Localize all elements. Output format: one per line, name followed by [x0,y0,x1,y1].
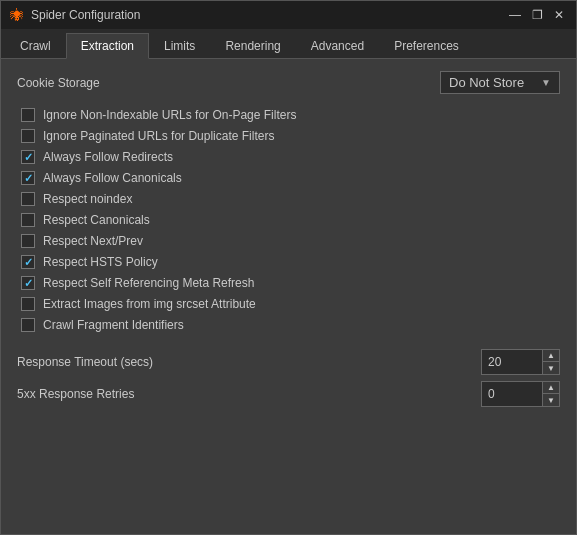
5xx-retries-row: 5xx Response Retries ▲ ▼ [17,381,560,407]
5xx-retries-down[interactable]: ▼ [543,394,559,406]
checkbox-extract-images: Extract Images from img srcset Attribute [17,297,560,311]
title-bar: 🕷 Spider Configuration — ❐ ✕ [1,1,576,29]
checkbox-respect-noindex-label: Respect noindex [43,192,132,206]
checkbox-crawl-fragment-label: Crawl Fragment Identifiers [43,318,184,332]
window-title: Spider Configuration [31,8,506,22]
tab-extraction[interactable]: Extraction [66,33,149,59]
checkbox-always-follow-canonicals: Always Follow Canonicals [17,171,560,185]
response-timeout-buttons: ▲ ▼ [542,350,559,374]
response-timeout-row: Response Timeout (secs) ▲ ▼ [17,349,560,375]
checkbox-ignore-non-indexable: Ignore Non-Indexable URLs for On-Page Fi… [17,108,560,122]
tab-crawl[interactable]: Crawl [5,33,66,58]
cookie-storage-value: Do Not Store [449,75,524,90]
checkbox-respect-self-referencing-label: Respect Self Referencing Meta Refresh [43,276,254,290]
checkbox-always-follow-canonicals-input[interactable] [21,171,35,185]
response-timeout-label: Response Timeout (secs) [17,355,153,369]
5xx-retries-label: 5xx Response Retries [17,387,134,401]
5xx-retries-input[interactable] [482,382,542,406]
checkbox-ignore-paginated-label: Ignore Paginated URLs for Duplicate Filt… [43,129,274,143]
checkbox-ignore-non-indexable-label: Ignore Non-Indexable URLs for On-Page Fi… [43,108,296,122]
window: 🕷 Spider Configuration — ❐ ✕ Crawl Extra… [0,0,577,535]
window-controls: — ❐ ✕ [506,6,568,24]
response-timeout-control: ▲ ▼ [481,349,560,375]
tab-limits[interactable]: Limits [149,33,210,58]
5xx-retries-buttons: ▲ ▼ [542,382,559,406]
tab-bar: Crawl Extraction Limits Rendering Advanc… [1,29,576,59]
checkbox-respect-hsts-input[interactable] [21,255,35,269]
minimize-button[interactable]: — [506,6,524,24]
checkbox-crawl-fragment: Crawl Fragment Identifiers [17,318,560,332]
content-area: Cookie Storage Do Not Store ▼ Ignore Non… [1,59,576,534]
checkbox-ignore-paginated: Ignore Paginated URLs for Duplicate Filt… [17,129,560,143]
checkbox-respect-noindex-input[interactable] [21,192,35,206]
app-icon: 🕷 [9,7,25,23]
dropdown-arrow-icon: ▼ [541,77,551,88]
tab-advanced[interactable]: Advanced [296,33,379,58]
checkbox-respect-hsts-label: Respect HSTS Policy [43,255,158,269]
checkbox-always-follow-redirects-label: Always Follow Redirects [43,150,173,164]
5xx-retries-up[interactable]: ▲ [543,382,559,394]
checkbox-respect-next-prev: Respect Next/Prev [17,234,560,248]
checkbox-always-follow-redirects-input[interactable] [21,150,35,164]
checkbox-respect-canonicals-label: Respect Canonicals [43,213,150,227]
checkbox-extract-images-label: Extract Images from img srcset Attribute [43,297,256,311]
response-timeout-up[interactable]: ▲ [543,350,559,362]
checkbox-respect-noindex: Respect noindex [17,192,560,206]
cookie-storage-label: Cookie Storage [17,76,100,90]
response-timeout-down[interactable]: ▼ [543,362,559,374]
tab-rendering[interactable]: Rendering [210,33,295,58]
checkbox-extract-images-input[interactable] [21,297,35,311]
checkbox-crawl-fragment-input[interactable] [21,318,35,332]
checkbox-ignore-paginated-input[interactable] [21,129,35,143]
checkbox-respect-hsts: Respect HSTS Policy [17,255,560,269]
checkbox-respect-self-referencing-input[interactable] [21,276,35,290]
checkbox-ignore-non-indexable-input[interactable] [21,108,35,122]
5xx-retries-control: ▲ ▼ [481,381,560,407]
checkbox-respect-next-prev-label: Respect Next/Prev [43,234,143,248]
checkbox-always-follow-canonicals-label: Always Follow Canonicals [43,171,182,185]
tab-preferences[interactable]: Preferences [379,33,474,58]
checkbox-respect-canonicals: Respect Canonicals [17,213,560,227]
cookie-storage-dropdown[interactable]: Do Not Store ▼ [440,71,560,94]
checkbox-respect-canonicals-input[interactable] [21,213,35,227]
response-timeout-input[interactable] [482,350,542,374]
close-button[interactable]: ✕ [550,6,568,24]
checkbox-always-follow-redirects: Always Follow Redirects [17,150,560,164]
checkbox-respect-next-prev-input[interactable] [21,234,35,248]
restore-button[interactable]: ❐ [528,6,546,24]
checkbox-respect-self-referencing: Respect Self Referencing Meta Refresh [17,276,560,290]
cookie-storage-row: Cookie Storage Do Not Store ▼ [17,71,560,94]
